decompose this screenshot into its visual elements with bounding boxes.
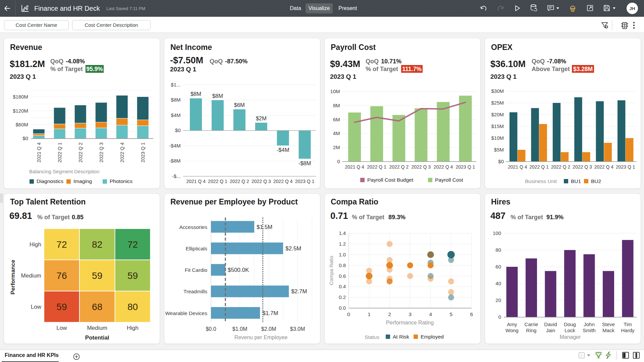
svg-text:$3.0M: $3.0M — [290, 326, 305, 332]
svg-text:$1.5M: $1.5M — [257, 224, 272, 230]
svg-text:Steve: Steve — [602, 321, 615, 327]
svg-text:8M: 8M — [333, 103, 340, 108]
svg-text:2022 Q 3: 2022 Q 3 — [252, 179, 271, 184]
svg-text:6: 6 — [470, 311, 473, 317]
svg-text:$0: $0 — [175, 127, 181, 133]
svg-text:Tim: Tim — [624, 321, 632, 327]
svg-text:2023 Q 1: 2023 Q 1 — [616, 164, 635, 170]
svg-text:$2.7M: $2.7M — [291, 288, 307, 295]
svg-text:-$8M: -$8M — [299, 160, 311, 166]
svg-text:Doug: Doug — [564, 321, 576, 327]
svg-text:$8M: $8M — [191, 91, 201, 97]
svg-text:$2M: $2M — [256, 115, 267, 121]
svg-text:$120M: $120M — [13, 108, 28, 114]
svg-text:$0: $0 — [498, 159, 504, 164]
svg-text:2022 Q 3: 2022 Q 3 — [99, 142, 104, 163]
svg-text:-$...: -$... — [172, 173, 181, 179]
svg-text:Hardy: Hardy — [621, 327, 635, 333]
svg-text:2021 Q 4: 2021 Q 4 — [36, 142, 42, 163]
svg-text:$1...: $1... — [171, 82, 180, 87]
svg-text:Compa Ratio: Compa Ratio — [328, 256, 334, 285]
svg-text:Potential: Potential — [85, 335, 109, 341]
svg-text:2022 Q 1: 2022 Q 1 — [367, 164, 386, 170]
svg-text:$30M: $30M — [491, 88, 504, 94]
svg-text:80: 80 — [127, 302, 138, 312]
svg-text:At Risk: At Risk — [393, 334, 409, 340]
svg-text:4: 4 — [429, 311, 432, 317]
svg-text:1.4: 1.4 — [339, 230, 346, 236]
svg-text:76: 76 — [56, 270, 67, 281]
svg-text:1.0: 1.0 — [339, 252, 346, 257]
svg-text:2M: 2M — [333, 144, 340, 150]
svg-text:Business Unit: Business Unit — [525, 178, 557, 184]
svg-text:Carrie: Carrie — [525, 321, 538, 327]
svg-text:$0: $0 — [22, 135, 28, 141]
svg-text:Manager: Manager — [559, 334, 581, 340]
svg-text:JH: JH — [629, 6, 635, 11]
svg-text:Photonics: Photonics — [110, 178, 132, 184]
svg-text:82: 82 — [92, 239, 102, 250]
svg-text:$0.0: $0.0 — [206, 326, 216, 332]
svg-text:$180M: $180M — [13, 94, 28, 100]
svg-text:Mack: Mack — [602, 327, 614, 333]
svg-text:Wearable Devices: Wearable Devices — [165, 310, 208, 316]
svg-text:2022 Q 3: 2022 Q 3 — [573, 164, 592, 170]
svg-text:59: 59 — [56, 302, 67, 312]
svg-text:2023 Q 1: 2023 Q 1 — [140, 142, 146, 163]
svg-text:2023 Q 1: 2023 Q 1 — [295, 179, 315, 184]
svg-text:Low: Low — [31, 304, 42, 310]
svg-text:2: 2 — [388, 311, 391, 317]
svg-text:-$4M: -$4M — [169, 143, 180, 148]
svg-text:59: 59 — [127, 270, 138, 281]
svg-text:2022 Q 4: 2022 Q 4 — [434, 164, 453, 170]
svg-text:-$4M: -$4M — [277, 147, 289, 153]
svg-text:2022 Q 1: 2022 Q 1 — [57, 142, 62, 163]
svg-text:Employed: Employed — [421, 334, 444, 340]
svg-text:$25M: $25M — [491, 100, 504, 106]
svg-text:Diagnostics: Diagnostics — [37, 178, 63, 184]
svg-text:Payroll Cost: Payroll Cost — [435, 177, 463, 183]
svg-text:Lock: Lock — [565, 327, 575, 333]
svg-text:$1.7M: $1.7M — [262, 310, 278, 316]
svg-text:2022 Q 3: 2022 Q 3 — [411, 164, 431, 170]
svg-text:$10M: $10M — [491, 135, 504, 141]
svg-text:$500.0K: $500.0K — [228, 267, 249, 273]
svg-text:-$8M: -$8M — [169, 158, 180, 164]
svg-text:Low: Low — [56, 325, 67, 331]
svg-text:2023 Q 1: 2023 Q 1 — [456, 164, 475, 170]
svg-text:80: 80 — [495, 247, 501, 253]
svg-text:2022 Q 2: 2022 Q 2 — [389, 164, 409, 170]
svg-text:Jain: Jain — [546, 327, 555, 333]
svg-text:High: High — [127, 325, 139, 331]
svg-text:$20M: $20M — [491, 112, 504, 117]
svg-text:Payroll Cost Budget: Payroll Cost Budget — [367, 177, 414, 183]
svg-text:Ellipticals: Ellipticals — [185, 246, 207, 251]
svg-text:0: 0 — [498, 314, 501, 320]
svg-text:$2.5M: $2.5M — [285, 245, 301, 252]
svg-text:Amy: Amy — [507, 321, 518, 327]
svg-text:100: 100 — [493, 230, 501, 236]
svg-text:$4M: $4M — [171, 112, 180, 118]
svg-text:59: 59 — [92, 270, 102, 281]
svg-text:0.6: 0.6 — [339, 273, 346, 279]
svg-text:60: 60 — [495, 264, 501, 269]
svg-text:$6M: $6M — [234, 102, 245, 108]
svg-text:Revenu per Employee: Revenu per Employee — [234, 335, 287, 340]
svg-text:Imaging: Imaging — [73, 178, 92, 184]
svg-text:$60M: $60M — [15, 122, 28, 127]
svg-text:2022 Q 4: 2022 Q 4 — [594, 164, 613, 170]
svg-text:20: 20 — [495, 297, 501, 303]
svg-text:John: John — [584, 321, 595, 327]
svg-text:0: 0 — [337, 159, 340, 164]
svg-text:40: 40 — [495, 281, 501, 286]
svg-text:Balancing Segment Description: Balancing Segment Description — [29, 169, 99, 174]
svg-text:3: 3 — [409, 311, 412, 317]
svg-text:2022 Q 2: 2022 Q 2 — [230, 179, 249, 184]
svg-text:0.0: 0.0 — [339, 305, 346, 311]
svg-text:5: 5 — [450, 311, 453, 317]
svg-text:Fit Cardio: Fit Cardio — [185, 267, 207, 273]
svg-text:0.4: 0.4 — [339, 284, 346, 289]
svg-text:1.2: 1.2 — [339, 241, 346, 247]
svg-text:Status: Status — [365, 334, 379, 340]
svg-text:2022 Q 4: 2022 Q 4 — [119, 142, 125, 163]
